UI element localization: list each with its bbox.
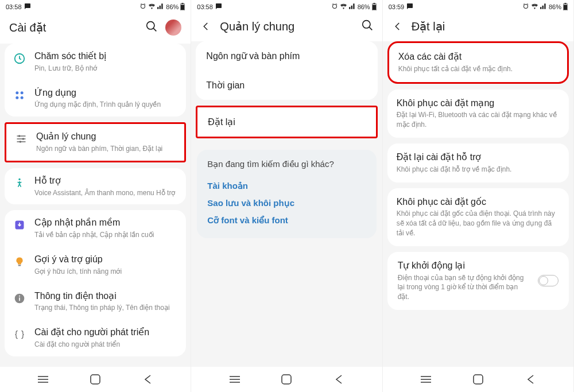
recents-button[interactable] [420, 374, 432, 385]
apps-icon [13, 88, 26, 102]
row-title: Chăm sóc thiết bị [34, 51, 178, 63]
home-button[interactable] [472, 374, 484, 385]
svg-point-4 [15, 91, 18, 94]
search-icon[interactable] [362, 20, 373, 33]
reset-list: Xóa các cài đặt Khôi phục tất cả cài đặt… [383, 41, 573, 367]
home-button[interactable] [281, 374, 292, 385]
row-sub: Ứng dụng mặc định, Trình quản lý quyền [34, 100, 178, 110]
page-title: Đặt lại [412, 20, 564, 33]
status-time: 03:58 [6, 3, 22, 10]
row-reset-network[interactable]: Khôi phục cài đặt mạng Đặt lại Wi-Fi, Bl… [387, 90, 569, 138]
row-factory-reset[interactable]: Khôi phục cài đặt gốc Khôi phục cài đặt … [387, 188, 569, 246]
suggest-link-accounts[interactable]: Tài khoản [207, 177, 366, 195]
back-button[interactable] [333, 374, 344, 385]
row-general-management[interactable]: Quản lý chung Ngôn ngữ và bàn phím, Thời… [6, 124, 184, 161]
info-icon [13, 292, 26, 305]
svg-point-10 [20, 141, 21, 143]
svg-rect-20 [91, 375, 100, 384]
back-button[interactable] [142, 374, 153, 385]
row-device-care[interactable]: Chăm sóc thiết bị Pin, Lưu trữ, Bộ nhớ [5, 44, 186, 80]
row-sub: Pin, Lưu trữ, Bộ nhớ [34, 64, 178, 73]
back-button[interactable] [525, 374, 536, 385]
suggest-title: Bạn đang tìm kiếm điều gì khác? [207, 159, 366, 169]
row-sub: Voice Assistant, Âm thanh mono, menu Hỗ … [34, 188, 178, 198]
alarm-icon [522, 3, 529, 11]
suggest-link-font[interactable]: Cỡ font và kiểu font [207, 212, 366, 229]
recents-button[interactable] [37, 374, 49, 385]
home-button[interactable] [90, 374, 101, 385]
svg-point-11 [18, 178, 20, 180]
battery-text: 86% [358, 3, 370, 10]
status-bar: 03:58 86% [191, 0, 382, 14]
svg-point-5 [21, 91, 24, 94]
row-time[interactable]: Thời gian [196, 71, 377, 100]
row-about-phone[interactable]: Thông tin điện thoại Trạng thái, Thông t… [5, 284, 186, 320]
header: Cài đặt [0, 14, 191, 44]
svg-point-9 [22, 138, 24, 140]
row-software-update[interactable]: Cập nhật phần mềm Tải về bản cập nhật, C… [5, 210, 186, 247]
row-title: Cài đặt cho người phát triển [34, 327, 178, 339]
device-care-icon [13, 52, 26, 65]
row-title: Xóa các cài đặt [398, 51, 558, 63]
row-title: Quản lý chung [36, 131, 176, 143]
braces-icon [13, 328, 26, 341]
row-reset-accessibility[interactable]: Đặt lại cài đặt hỗ trợ Khôi phục cài đặt… [387, 143, 569, 183]
screen-settings: 03:58 86% Cài đặt Chăm sóc t [0, 0, 191, 392]
battery-text: 86% [166, 3, 179, 10]
navigation-bar [383, 367, 573, 392]
row-sub: Khôi phục tất cả cài đặt về mặc định. [398, 64, 558, 74]
row-title: Ứng dụng [34, 87, 178, 99]
back-icon[interactable] [392, 21, 404, 32]
row-developer-options[interactable]: Cài đặt cho người phát triển Cài đặt cho… [5, 320, 186, 356]
signal-icon [349, 3, 356, 10]
row-sub: Tải về bản cập nhật, Cập nhật lần cuối [34, 230, 178, 240]
back-icon[interactable] [200, 21, 212, 32]
status-time: 03:58 [197, 3, 213, 10]
row-title: Cập nhật phần mềm [34, 217, 178, 229]
svg-rect-27 [282, 375, 291, 384]
row-reset[interactable]: Đặt lại [197, 107, 375, 137]
alarm-icon [331, 3, 338, 11]
status-bar: 03:58 86% [0, 0, 191, 14]
navigation-bar [0, 367, 191, 392]
auto-restart-toggle[interactable] [538, 275, 559, 286]
svg-point-7 [21, 96, 24, 99]
row-reset-settings[interactable]: Xóa các cài đặt Khôi phục tất cả cài đặt… [389, 43, 567, 82]
svg-point-16 [19, 295, 20, 296]
notification-icon [215, 3, 222, 11]
update-icon [13, 218, 26, 232]
suggest-link-backup[interactable]: Sao lưu và khôi phục [207, 195, 366, 212]
row-title: Khôi phục cài đặt gốc [397, 196, 560, 208]
avatar[interactable] [165, 20, 181, 36]
row-sub: Đặt lại Wi-Fi, Bluetooth và các cài đặt … [397, 110, 560, 130]
row-sub: Điện thoại của bạn sẽ tự động khởi động … [398, 273, 531, 302]
svg-point-6 [15, 96, 18, 99]
wifi-icon [148, 3, 156, 10]
battery-icon [180, 3, 185, 11]
row-title: Thông tin điện thoại [34, 290, 178, 302]
row-apps[interactable]: Ứng dụng Ứng dụng mặc định, Trình quản l… [5, 80, 186, 117]
wifi-icon [340, 3, 347, 10]
row-accessibility[interactable]: Hỗ trợ Voice Assistant, Âm thanh mono, m… [5, 168, 186, 205]
row-language-keyboard[interactable]: Ngôn ngữ và bàn phím [196, 41, 377, 71]
screen-general-management: 03:58 86% Quản lý chung Ngôn ngữ và bàn … [191, 0, 382, 392]
general-list: Ngôn ngữ và bàn phím Thời gian Đặt lại B… [191, 41, 382, 367]
row-auto-restart[interactable]: Tự khởi động lại Điện thoại của bạn sẽ t… [387, 252, 569, 310]
row-sub: Khôi phục cài đặt gốc của điện thoại. Qu… [397, 209, 560, 238]
recents-button[interactable] [229, 374, 241, 385]
row-title: Gợi ý và trợ giúp [34, 254, 178, 266]
status-time: 03:59 [389, 3, 405, 10]
signal-icon [157, 3, 164, 10]
signal-icon [540, 3, 547, 10]
page-title: Quản lý chung [220, 20, 353, 33]
svg-rect-1 [181, 5, 184, 10]
accessibility-icon [13, 176, 26, 190]
row-tips[interactable]: Gợi ý và trợ giúp Gợi ý hữu ích, tính nă… [5, 247, 186, 284]
row-title: Khôi phục cài đặt mạng [397, 98, 560, 110]
header: Đặt lại [383, 14, 573, 41]
highlight-reset: Đặt lại [196, 106, 377, 138]
search-icon[interactable] [146, 21, 157, 34]
row-sub: Trạng thái, Thông tin pháp lý, Tên điện … [34, 303, 178, 313]
notification-icon [24, 3, 31, 11]
wifi-icon [531, 3, 538, 10]
